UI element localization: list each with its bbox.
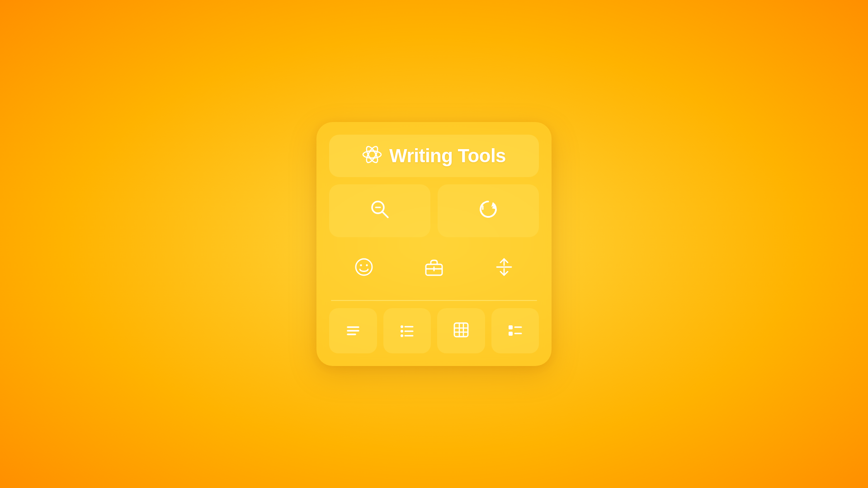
- emoji-icon: [354, 257, 374, 280]
- text-tool-button[interactable]: [329, 308, 377, 353]
- sparkle-icon: [362, 145, 382, 167]
- svg-point-23: [401, 330, 403, 333]
- svg-point-11: [366, 264, 368, 266]
- search-icon: [368, 198, 391, 224]
- refresh-icon: [477, 198, 500, 224]
- collapse-tool-button[interactable]: [469, 248, 539, 289]
- svg-rect-34: [509, 332, 513, 336]
- svg-point-21: [401, 325, 403, 328]
- emoji-tool-button[interactable]: [329, 248, 399, 289]
- tool-row-1: [329, 184, 539, 237]
- bullet-list-icon: [398, 321, 415, 340]
- collapse-icon: [494, 257, 514, 280]
- briefcase-tool-button[interactable]: [399, 248, 469, 289]
- table-icon: [453, 321, 470, 340]
- search-tool-button[interactable]: [329, 184, 430, 237]
- svg-line-5: [382, 211, 388, 217]
- refresh-tool-button[interactable]: [438, 184, 539, 237]
- briefcase-icon: [424, 257, 444, 280]
- writing-tools-card: Writing Tools: [316, 122, 552, 366]
- table-tool-button[interactable]: [437, 308, 485, 353]
- tool-row-3: [329, 308, 539, 353]
- svg-point-1: [363, 151, 381, 158]
- svg-point-9: [356, 259, 372, 275]
- tool-row-2: [329, 244, 539, 293]
- section-divider: [331, 300, 537, 301]
- header-title: Writing Tools: [389, 145, 506, 167]
- list-tool-button[interactable]: [383, 308, 431, 353]
- svg-point-25: [401, 334, 403, 337]
- svg-rect-32: [509, 325, 513, 329]
- svg-point-10: [360, 264, 362, 266]
- writing-tools-header[interactable]: Writing Tools: [329, 135, 539, 177]
- svg-rect-27: [454, 323, 468, 337]
- text-lines-icon: [344, 321, 362, 340]
- checklist-tool-button[interactable]: [491, 308, 539, 353]
- checklist-icon: [506, 321, 524, 340]
